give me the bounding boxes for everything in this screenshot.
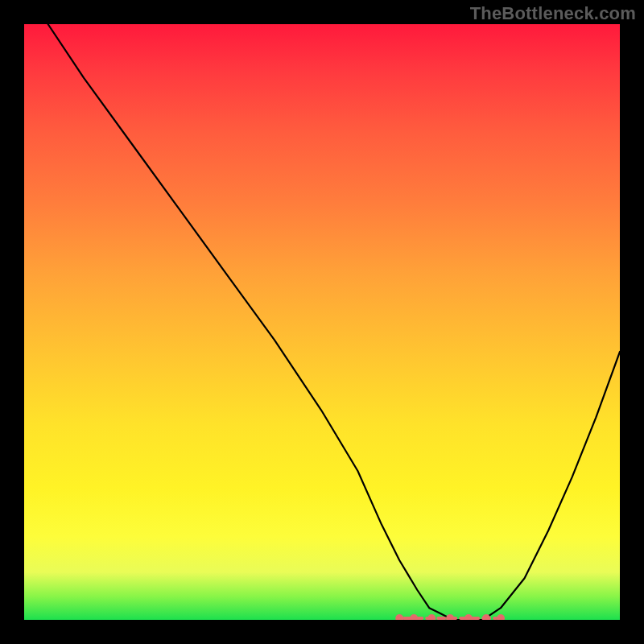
- svg-point-2: [427, 614, 436, 620]
- bottleneck-curve-line: [24, 24, 620, 620]
- highlight-dots: [395, 614, 505, 620]
- svg-point-0: [395, 614, 403, 620]
- svg-point-1: [410, 614, 418, 620]
- watermark-text: TheBottleneck.com: [470, 3, 636, 24]
- chart-container: TheBottleneck.com: [0, 0, 644, 644]
- svg-point-4: [464, 614, 473, 620]
- gradient-plot-area: [24, 24, 620, 620]
- curve-svg: [24, 24, 620, 620]
- svg-point-3: [446, 614, 454, 620]
- svg-point-6: [497, 614, 505, 620]
